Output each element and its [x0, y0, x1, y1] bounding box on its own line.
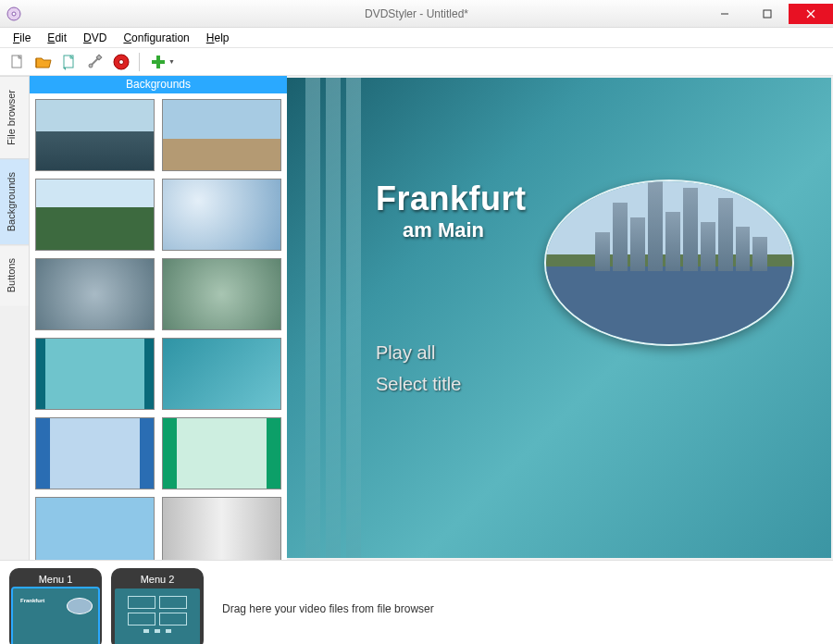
- background-thumb[interactable]: [35, 258, 155, 330]
- tab-buttons-label: Buttons: [6, 258, 17, 292]
- svg-point-1: [12, 12, 16, 16]
- backgrounds-header: Backgrounds: [30, 76, 287, 93]
- new-project-button[interactable]: [6, 50, 30, 74]
- burn-button[interactable]: [109, 50, 133, 74]
- tab-backgrounds-label: Backgrounds: [6, 172, 17, 231]
- menu-preview[interactable]: Frankfurt am Main Play all Select title: [287, 78, 831, 558]
- menu-title-line2[interactable]: am Main: [403, 218, 484, 242]
- drop-hint: Drag here your video files from file bro…: [222, 602, 434, 615]
- menu-thumb-1-label: Menu 1: [13, 572, 98, 588]
- menu-file[interactable]: File: [6, 30, 38, 46]
- menu-help[interactable]: Help: [199, 30, 237, 46]
- menu-configuration[interactable]: Configuration: [116, 30, 196, 46]
- city-skyline-icon: [595, 180, 767, 271]
- menu-title-line1[interactable]: Frankfurt: [376, 180, 527, 218]
- decorative-stripes: [305, 78, 361, 558]
- open-project-button[interactable]: [31, 50, 56, 74]
- menu-dvd[interactable]: DVD: [76, 30, 114, 46]
- background-thumb[interactable]: [35, 417, 155, 489]
- backgrounds-scroll[interactable]: [30, 93, 287, 560]
- background-thumb[interactable]: [35, 338, 155, 410]
- background-thumb[interactable]: [162, 497, 281, 560]
- background-thumb[interactable]: [162, 417, 281, 489]
- add-button[interactable]: ▼: [145, 50, 179, 74]
- tab-buttons[interactable]: Buttons: [0, 244, 29, 305]
- tab-file-browser-label: File browser: [6, 90, 17, 145]
- app-icon: [0, 0, 28, 28]
- menu-thumb-2[interactable]: Menu 2: [111, 568, 204, 645]
- settings-button[interactable]: [83, 50, 107, 74]
- save-project-button[interactable]: [57, 50, 81, 74]
- minimize-button[interactable]: [703, 4, 746, 24]
- svg-point-11: [119, 59, 124, 64]
- maximize-button[interactable]: [746, 4, 789, 24]
- menubar: File Edit DVD Configuration Help: [0, 28, 833, 48]
- dropdown-arrow-icon: ▼: [168, 58, 175, 65]
- background-thumb[interactable]: [35, 179, 155, 251]
- tab-backgrounds[interactable]: Backgrounds: [0, 158, 29, 244]
- background-thumb[interactable]: [35, 497, 155, 560]
- background-thumb[interactable]: [35, 99, 155, 171]
- background-thumb[interactable]: [162, 99, 281, 171]
- menu-button-play-all[interactable]: Play all: [376, 342, 435, 364]
- close-button[interactable]: [789, 4, 833, 24]
- svg-rect-3: [764, 10, 771, 18]
- side-tabs: File browser Backgrounds Buttons: [0, 76, 30, 560]
- timeline-strip[interactable]: Menu 1 Frankfurt Menu 2 Drag here your v…: [0, 560, 833, 644]
- menu-edit[interactable]: Edit: [40, 30, 74, 46]
- tab-file-browser[interactable]: File browser: [0, 76, 29, 158]
- svg-point-9: [89, 64, 93, 68]
- background-thumb[interactable]: [162, 258, 281, 330]
- background-thumb[interactable]: [162, 338, 281, 410]
- toolbar-separator: [139, 53, 140, 71]
- menu-thumb-2-label: Menu 2: [115, 572, 200, 588]
- menu-button-select-title[interactable]: Select title: [376, 374, 461, 395]
- menu-image-oval[interactable]: [544, 180, 794, 346]
- toolbar: ▼: [0, 48, 833, 76]
- menu-thumb-1[interactable]: Menu 1 Frankfurt: [9, 568, 102, 645]
- titlebar: DVDStyler - Untitled*: [0, 0, 833, 28]
- background-thumb[interactable]: [162, 179, 281, 251]
